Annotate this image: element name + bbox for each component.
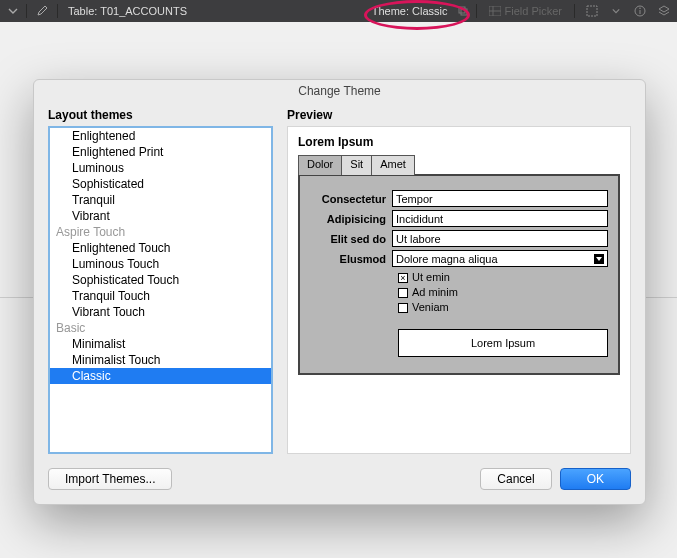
- preview-label: Preview: [287, 108, 631, 126]
- checkbox-icon: ×: [398, 273, 408, 283]
- field-picker-button[interactable]: Field Picker: [489, 5, 562, 17]
- form-label: Adipisicing: [310, 213, 392, 225]
- theme-item[interactable]: Enlightened Print: [50, 144, 271, 160]
- layout-themes-label: Layout themes: [48, 108, 273, 126]
- ok-button[interactable]: OK: [560, 468, 631, 490]
- layers-icon[interactable]: [655, 2, 673, 20]
- checkbox-label: Veniam: [412, 300, 449, 315]
- separator: [26, 4, 27, 18]
- import-themes-button[interactable]: Import Themes...: [48, 468, 172, 490]
- theme-item[interactable]: Luminous: [50, 160, 271, 176]
- form-input[interactable]: Tempor: [392, 190, 608, 207]
- theme-item[interactable]: Classic: [50, 368, 271, 384]
- chevron-down-icon[interactable]: [4, 2, 22, 20]
- theme-item[interactable]: Minimalist: [50, 336, 271, 352]
- form-select[interactable]: Dolore magna aliqua: [392, 250, 608, 267]
- checkbox-row[interactable]: Veniam: [398, 300, 608, 315]
- preview-tabs: DolorSitAmet: [298, 155, 620, 175]
- preview-tab[interactable]: Amet: [371, 155, 415, 175]
- form-row: ConsecteturTempor: [310, 190, 608, 207]
- theme-item[interactable]: Sophisticated: [50, 176, 271, 192]
- dialog-title: Change Theme: [34, 80, 645, 108]
- cancel-button[interactable]: Cancel: [480, 468, 551, 490]
- form-label: Consectetur: [310, 193, 392, 205]
- preview-action-button[interactable]: Lorem Ipsum: [398, 329, 608, 357]
- form-input[interactable]: Incididunt: [392, 210, 608, 227]
- svg-rect-1: [461, 9, 467, 15]
- chevron-down-icon: [594, 254, 604, 264]
- form-row: AdipisicingIncididunt: [310, 210, 608, 227]
- separator: [57, 4, 58, 18]
- theme-group-label: Basic: [50, 320, 271, 336]
- svg-point-8: [639, 7, 641, 9]
- checkbox-label: Ut emin: [412, 270, 450, 285]
- theme-item[interactable]: Sophisticated Touch: [50, 272, 271, 288]
- preview-tab-body: ConsecteturTemporAdipisicingIncididuntEl…: [298, 174, 620, 375]
- marquee-icon[interactable]: [583, 2, 601, 20]
- form-label: Elit sed do: [310, 233, 392, 245]
- preview-tab[interactable]: Dolor: [298, 155, 342, 175]
- chevron-down-icon[interactable]: [607, 2, 625, 20]
- theme-group-label: Aspire Touch: [50, 224, 271, 240]
- theme-item[interactable]: Luminous Touch: [50, 256, 271, 272]
- info-icon[interactable]: [631, 2, 649, 20]
- theme-label[interactable]: Theme: Classic: [372, 5, 448, 17]
- copy-icon[interactable]: [454, 2, 472, 20]
- theme-item[interactable]: Enlightened Touch: [50, 240, 271, 256]
- theme-item[interactable]: Vibrant: [50, 208, 271, 224]
- field-picker-label: Field Picker: [505, 5, 562, 17]
- form-row: ElusmodDolore magna aliqua: [310, 250, 608, 267]
- preview-heading: Lorem Ipsum: [298, 135, 620, 149]
- form-label: Elusmod: [310, 253, 392, 265]
- theme-item[interactable]: Vibrant Touch: [50, 304, 271, 320]
- separator: [476, 4, 477, 18]
- form-input[interactable]: Ut labore: [392, 230, 608, 247]
- form-row: Elit sed doUt labore: [310, 230, 608, 247]
- checkbox-icon: [398, 303, 408, 313]
- svg-rect-5: [587, 6, 597, 16]
- checkbox-icon: [398, 288, 408, 298]
- preview-tab[interactable]: Sit: [341, 155, 372, 175]
- svg-rect-0: [459, 7, 465, 13]
- checkbox-row[interactable]: ×Ut emin: [398, 270, 608, 285]
- theme-item[interactable]: Tranquil: [50, 192, 271, 208]
- pencil-icon[interactable]: [33, 2, 51, 20]
- checkbox-row[interactable]: Ad minim: [398, 285, 608, 300]
- theme-item[interactable]: Minimalist Touch: [50, 352, 271, 368]
- theme-list[interactable]: EnlightenedEnlightened PrintLuminousSoph…: [48, 126, 273, 454]
- dialog-footer: Import Themes... Cancel OK: [34, 458, 645, 504]
- change-theme-dialog: Change Theme Layout themes EnlightenedEn…: [33, 79, 646, 505]
- theme-item[interactable]: Enlightened: [50, 128, 271, 144]
- app-toolbar: Table: T01_ACCOUNTS Theme: Classic Field…: [0, 0, 677, 22]
- theme-item[interactable]: Tranquil Touch: [50, 288, 271, 304]
- separator: [574, 4, 575, 18]
- table-name-label: Table: T01_ACCOUNTS: [68, 5, 187, 17]
- preview-panel: Lorem Ipsum DolorSitAmet ConsecteturTemp…: [287, 126, 631, 454]
- checkbox-label: Ad minim: [412, 285, 458, 300]
